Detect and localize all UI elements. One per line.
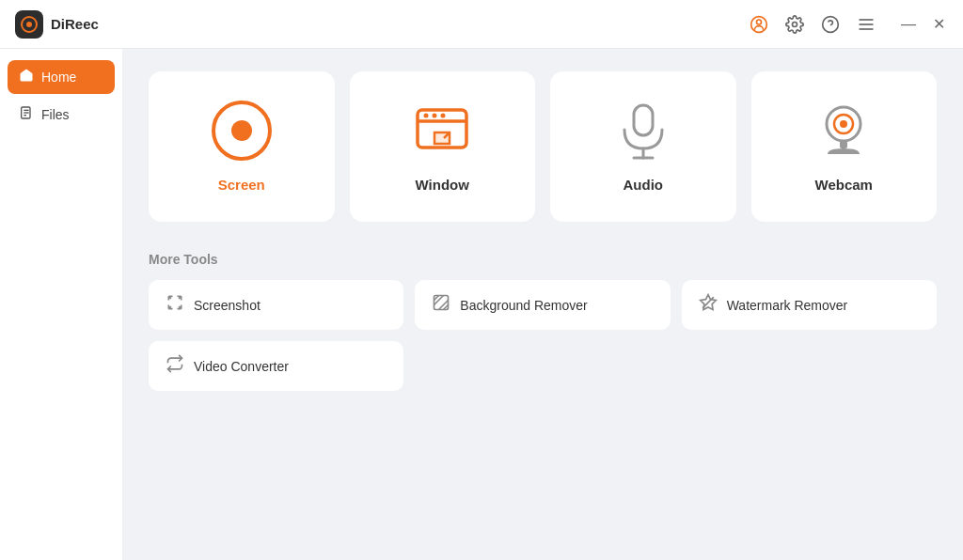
recording-cards: Screen Window	[149, 71, 937, 222]
logo-icon	[15, 10, 43, 39]
settings-icon[interactable]	[784, 14, 805, 35]
titlebar: DiReec	[0, 0, 963, 49]
screenshot-label: Screenshot	[194, 298, 260, 313]
svg-point-15	[433, 114, 437, 118]
audio-card[interactable]: Audio	[550, 71, 736, 222]
app-body: Home Files	[0, 49, 963, 560]
screenshot-tool[interactable]: Screenshot	[149, 280, 403, 330]
svg-point-14	[424, 114, 429, 118]
video-converter-tool[interactable]: Video Converter	[149, 341, 403, 391]
app-name: DiReec	[51, 16, 99, 32]
watermark-remover-label: Watermark Remover	[727, 298, 848, 313]
close-button[interactable]: ✕	[929, 15, 948, 34]
webcam-card[interactable]: Webcam	[751, 71, 938, 222]
svg-rect-17	[634, 105, 653, 135]
home-label: Home	[41, 70, 76, 85]
minimize-button[interactable]: —	[899, 15, 918, 34]
tools-grid: Screenshot Background Remover	[149, 280, 937, 391]
svg-point-16	[441, 114, 446, 118]
window-card-label: Window	[416, 177, 469, 193]
svg-point-1	[757, 20, 762, 24]
main-content: Screen Window	[122, 49, 963, 560]
audio-card-icon	[610, 98, 676, 163]
screenshot-icon	[166, 293, 184, 317]
video-converter-label: Video Converter	[194, 359, 289, 374]
files-label: Files	[41, 107, 70, 122]
sidebar-item-files[interactable]: Files	[8, 98, 115, 132]
svg-rect-23	[840, 141, 847, 148]
background-remover-icon	[432, 293, 450, 317]
webcam-card-label: Webcam	[815, 177, 873, 193]
more-tools-section: More Tools Screenshot	[149, 252, 937, 391]
files-icon	[19, 105, 34, 124]
background-remover-label: Background Remover	[460, 298, 587, 313]
video-converter-icon	[166, 354, 184, 378]
svg-point-22	[840, 120, 847, 128]
watermark-remover-icon	[699, 293, 718, 317]
sidebar-item-home[interactable]: Home	[8, 60, 115, 94]
svg-point-2	[793, 22, 797, 26]
webcam-card-icon	[811, 98, 876, 163]
menu-icon[interactable]	[856, 14, 876, 35]
window-card[interactable]: Window	[350, 71, 536, 222]
watermark-remover-tool[interactable]: Watermark Remover	[682, 280, 937, 330]
window-controls: — ✕	[899, 15, 948, 34]
sidebar: Home Files	[0, 49, 122, 560]
titlebar-actions: — ✕	[749, 14, 948, 35]
window-card-icon	[409, 98, 475, 163]
screen-card-label: Screen	[218, 177, 265, 193]
home-icon	[19, 68, 34, 86]
screen-card[interactable]: Screen	[149, 71, 335, 222]
profile-icon[interactable]	[749, 14, 769, 35]
more-tools-label: More Tools	[149, 252, 937, 267]
help-icon[interactable]	[820, 14, 841, 35]
app-logo: DiReec	[15, 10, 99, 39]
background-remover-tool[interactable]: Background Remover	[415, 280, 670, 330]
audio-card-label: Audio	[624, 177, 664, 193]
screen-card-icon	[209, 98, 275, 163]
